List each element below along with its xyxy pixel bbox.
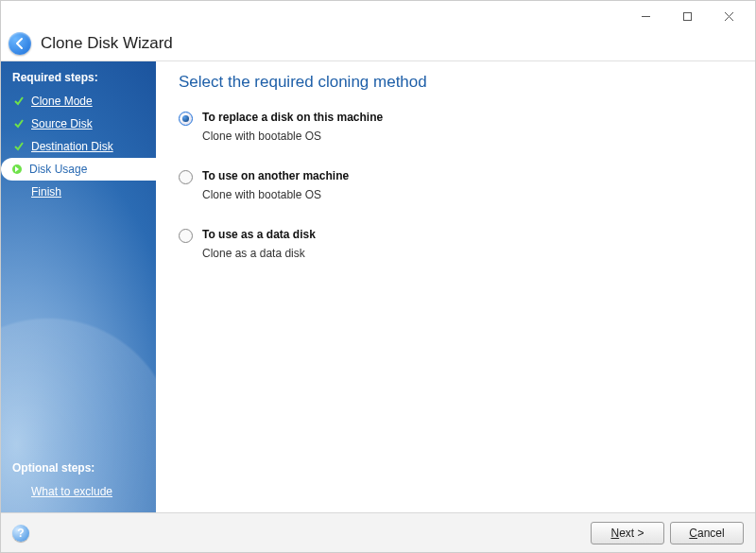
- option-title: To use on another machine: [202, 169, 349, 182]
- option-desc: Clone as a data disk: [202, 247, 316, 260]
- sidebar: Required steps: Clone Mode Source Disk D…: [1, 61, 156, 512]
- option-desc: Clone with bootable OS: [202, 130, 383, 143]
- sidebar-step-disk-usage[interactable]: Disk Usage: [1, 158, 156, 181]
- option-text: To replace a disk on this machine Clone …: [202, 111, 383, 143]
- optional-steps-heading: Optional steps:: [1, 456, 156, 480]
- sidebar-step-clone-mode[interactable]: Clone Mode: [1, 90, 156, 112]
- sidebar-step-destination-disk[interactable]: Destination Disk: [1, 135, 156, 158]
- cancel-button[interactable]: Cancel: [670, 522, 744, 544]
- help-button[interactable]: ?: [12, 525, 29, 542]
- optional-steps-block: Optional steps: What to exclude: [1, 456, 156, 503]
- check-icon: [12, 140, 26, 153]
- option-replace-disk[interactable]: To replace a disk on this machine Clone …: [179, 111, 732, 143]
- sidebar-optional-what-to-exclude[interactable]: What to exclude: [1, 480, 156, 503]
- check-icon: [12, 117, 26, 130]
- check-icon: [12, 95, 26, 108]
- window-titlebar: [1, 1, 755, 31]
- sidebar-optional-label: What to exclude: [31, 485, 112, 498]
- option-desc: Clone with bootable OS: [202, 188, 349, 201]
- cancel-rest: ancel: [697, 527, 725, 540]
- cancel-mnemonic: C: [689, 527, 697, 540]
- option-data-disk[interactable]: To use as a data disk Clone as a data di…: [179, 228, 732, 260]
- arrow-right-icon: [10, 163, 24, 176]
- sidebar-step-label: Finish: [31, 185, 61, 199]
- back-arrow-icon: [13, 37, 26, 50]
- blank-icon: [12, 185, 26, 199]
- content: Select the required cloning method To re…: [156, 61, 755, 512]
- body: Required steps: Clone Mode Source Disk D…: [1, 61, 755, 512]
- minimize-button[interactable]: [625, 3, 666, 29]
- minimize-icon: [641, 11, 651, 22]
- option-title: To use as a data disk: [202, 228, 316, 241]
- radio-another-machine[interactable]: [179, 170, 193, 184]
- radio-replace-disk[interactable]: [179, 112, 193, 126]
- sidebar-step-label: Disk Usage: [29, 163, 87, 176]
- sidebar-step-label: Source Disk: [31, 117, 93, 130]
- back-button[interactable]: [9, 32, 31, 55]
- option-title: To replace a disk on this machine: [202, 111, 383, 124]
- sidebar-step-source-disk[interactable]: Source Disk: [1, 112, 156, 135]
- sidebar-step-label: Destination Disk: [31, 140, 113, 153]
- maximize-icon: [682, 11, 693, 22]
- page-title: Clone Disk Wizard: [41, 34, 173, 53]
- option-text: To use as a data disk Clone as a data di…: [202, 228, 316, 260]
- header: Clone Disk Wizard: [1, 31, 755, 61]
- help-icon: ?: [17, 527, 24, 540]
- svg-rect-1: [683, 12, 691, 20]
- next-mnemonic: N: [610, 527, 619, 540]
- close-button[interactable]: [708, 3, 749, 29]
- footer: ? Next > Cancel: [1, 512, 755, 552]
- required-steps-heading: Required steps:: [1, 65, 156, 90]
- sidebar-step-label: Clone Mode: [31, 95, 93, 108]
- radio-data-disk[interactable]: [179, 229, 193, 243]
- next-button[interactable]: Next >: [591, 522, 664, 544]
- next-rest: ext >: [619, 527, 644, 540]
- content-title: Select the required cloning method: [179, 73, 732, 92]
- sidebar-step-finish[interactable]: Finish: [1, 181, 156, 203]
- close-icon: [724, 11, 734, 22]
- option-text: To use on another machine Clone with boo…: [202, 169, 349, 201]
- wizard-window: Clone Disk Wizard Required steps: Clone …: [0, 0, 756, 553]
- blank-icon: [12, 485, 26, 498]
- option-another-machine[interactable]: To use on another machine Clone with boo…: [179, 169, 732, 201]
- maximize-button[interactable]: [666, 3, 708, 29]
